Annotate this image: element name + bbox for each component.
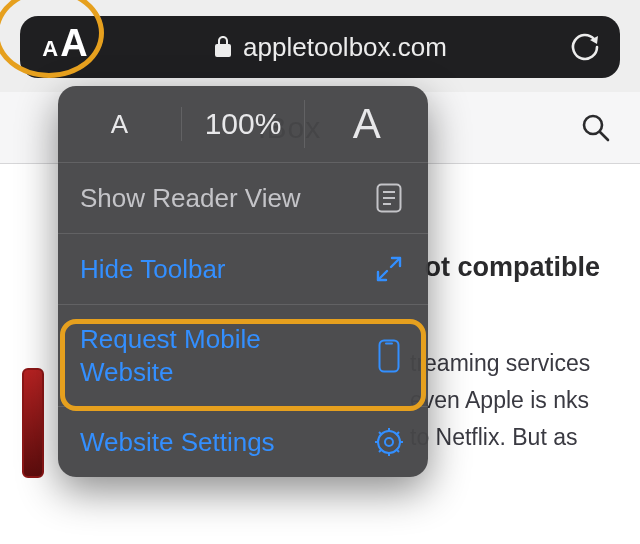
reader-icon xyxy=(372,181,406,215)
show-reader-view-item[interactable]: Show Reader View xyxy=(58,162,428,233)
menu-item-label: Request Mobile Website xyxy=(80,323,340,388)
phone-icon xyxy=(372,339,406,373)
article-thumbnail xyxy=(22,368,44,478)
svg-line-15 xyxy=(396,449,399,452)
text-size-row: A 100% A xyxy=(58,86,428,162)
site-search-button[interactable] xyxy=(580,112,612,144)
url-display[interactable]: appletoolbox.com xyxy=(110,32,550,63)
hide-toolbar-item[interactable]: Hide Toolbar xyxy=(58,233,428,304)
aa-large-glyph: A xyxy=(60,22,87,65)
increase-text-size-button[interactable]: A xyxy=(304,100,428,148)
url-text: appletoolbox.com xyxy=(243,32,447,63)
search-icon xyxy=(580,112,612,144)
website-settings-item[interactable]: Website Settings xyxy=(58,406,428,477)
expand-icon xyxy=(372,252,406,286)
svg-line-1 xyxy=(600,132,608,140)
text-size-button[interactable]: A A xyxy=(20,16,110,78)
reload-button[interactable] xyxy=(550,32,620,62)
svg-point-9 xyxy=(385,438,393,446)
lock-icon xyxy=(213,35,233,59)
menu-item-label: Show Reader View xyxy=(80,182,301,215)
aa-small-glyph: A xyxy=(42,36,58,62)
svg-line-14 xyxy=(379,432,382,435)
svg-rect-6 xyxy=(380,340,399,371)
gear-icon xyxy=(372,425,406,459)
decrease-text-size-button[interactable]: A xyxy=(58,109,181,140)
text-size-menu: A 100% A Show Reader View Hide Toolbar R… xyxy=(58,86,428,477)
menu-item-label: Hide Toolbar xyxy=(80,253,226,286)
request-mobile-website-item[interactable]: Request Mobile Website xyxy=(58,304,428,406)
url-bar[interactable]: A A appletoolbox.com xyxy=(20,16,620,78)
menu-item-label: Website Settings xyxy=(80,426,275,459)
svg-line-16 xyxy=(379,449,382,452)
reload-icon xyxy=(570,32,600,62)
svg-line-17 xyxy=(396,432,399,435)
zoom-level-button[interactable]: 100% xyxy=(181,107,305,141)
